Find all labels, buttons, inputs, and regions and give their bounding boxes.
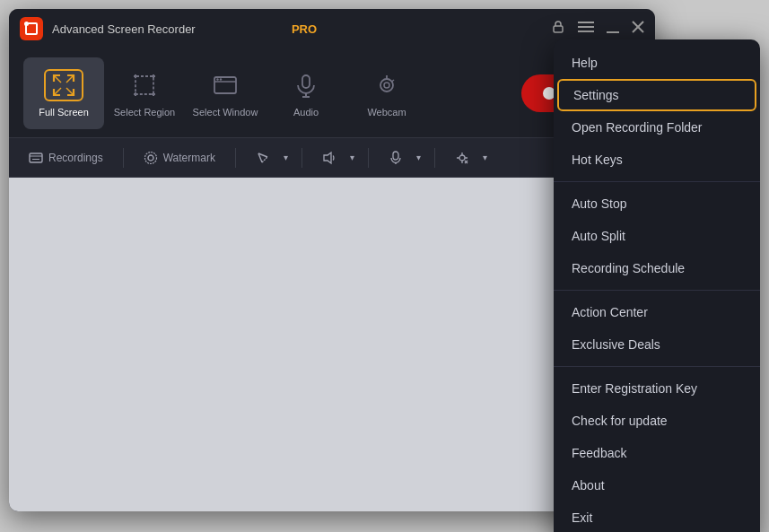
menu-item-about[interactable]: About	[554, 469, 760, 501]
title-actions	[551, 20, 644, 38]
close-icon[interactable]	[632, 21, 644, 37]
svg-point-28	[384, 83, 389, 88]
menu-item-auto-stop[interactable]: Auto Stop	[554, 188, 760, 220]
menu-item-exclusive-deals[interactable]: Exclusive Deals	[554, 328, 760, 361]
menu-item-hot-keys[interactable]: Hot Keys	[554, 144, 760, 176]
tool-select-window-label: Select Window	[193, 107, 258, 118]
camera-arrow[interactable]: ▾	[480, 149, 490, 166]
tool-full-screen-label: Full Screen	[39, 107, 89, 118]
svg-rect-30	[30, 153, 42, 162]
mic-group: ▾	[380, 147, 424, 169]
svg-line-37	[262, 157, 267, 162]
svg-point-33	[148, 155, 153, 161]
tool-select-region-label: Select Region	[114, 107, 176, 118]
app-title: Advanced Screen Recorder	[52, 22, 286, 36]
cursor-tool[interactable]	[247, 147, 279, 169]
menu-item-settings[interactable]: Settings	[557, 79, 756, 111]
toolbar-divider-5	[434, 148, 435, 168]
menu-item-enter-registration-key[interactable]: Enter Registration Key	[554, 372, 760, 405]
menu-item-check-for-update[interactable]: Check for update	[554, 405, 760, 437]
minimize-icon[interactable]	[607, 21, 619, 37]
camera-group: ▾	[446, 147, 490, 169]
svg-line-10	[54, 88, 61, 95]
mic-tool[interactable]	[380, 147, 412, 169]
tool-full-screen[interactable]: Full Screen	[23, 57, 104, 129]
toolbar-divider-3	[301, 148, 302, 168]
camera-tool[interactable]	[446, 147, 478, 169]
svg-point-34	[144, 152, 156, 163]
svg-line-7	[54, 75, 61, 83]
menu-separator-2	[554, 290, 760, 291]
tool-webcam-label: Webcam	[367, 107, 406, 118]
menu-item-help[interactable]: Help	[554, 47, 760, 79]
menu-separator-1	[554, 181, 760, 182]
svg-point-27	[380, 79, 393, 92]
tool-webcam[interactable]: Webcam	[346, 57, 427, 129]
svg-line-9	[66, 88, 74, 95]
dropdown-menu: Help Settings Open Recording Folder Hot …	[554, 39, 760, 532]
tool-audio-label: Audio	[293, 107, 319, 118]
volume-arrow[interactable]: ▾	[347, 149, 357, 166]
svg-rect-39	[393, 152, 398, 160]
svg-point-41	[459, 155, 465, 161]
tool-select-region[interactable]: Select Region	[104, 57, 185, 129]
toolbar-divider-1	[123, 148, 124, 168]
toolbar-divider-4	[368, 148, 369, 168]
menu-item-action-center[interactable]: Action Center	[554, 296, 760, 328]
cursor-tool-group: ▾	[247, 147, 291, 169]
mic-arrow[interactable]: ▾	[414, 149, 424, 166]
svg-point-22	[216, 78, 218, 80]
volume-group: ▾	[313, 147, 357, 169]
cursor-tool-arrow[interactable]: ▾	[281, 149, 291, 166]
svg-line-8	[66, 75, 74, 83]
toolbar-divider-2	[235, 148, 236, 168]
menu-item-recording-schedule[interactable]: Recording Schedule	[554, 252, 760, 284]
menu-item-feedback[interactable]: Feedback	[554, 437, 760, 469]
menu-item-auto-split[interactable]: Auto Split	[554, 220, 760, 252]
svg-rect-0	[554, 26, 563, 32]
menu-icon[interactable]	[578, 21, 594, 37]
pro-badge: PRO	[292, 22, 317, 36]
volume-tool[interactable]	[313, 147, 345, 169]
app-logo	[20, 17, 43, 40]
recordings-item[interactable]: Recordings	[20, 147, 112, 169]
menu-item-exit[interactable]: Exit	[554, 501, 760, 532]
menu-item-open-recording-folder[interactable]: Open Recording Folder	[554, 111, 760, 144]
lock-icon[interactable]	[551, 20, 565, 38]
svg-rect-11	[135, 76, 153, 94]
tool-audio[interactable]: Audio	[266, 57, 346, 129]
svg-marker-38	[324, 153, 331, 163]
svg-rect-24	[302, 75, 310, 88]
tool-select-window[interactable]: Select Window	[185, 57, 266, 129]
recordings-label: Recordings	[48, 152, 103, 164]
menu-separator-3	[554, 366, 760, 367]
watermark-item[interactable]: Watermark	[135, 147, 224, 169]
svg-point-23	[220, 78, 222, 80]
watermark-label: Watermark	[163, 152, 215, 164]
